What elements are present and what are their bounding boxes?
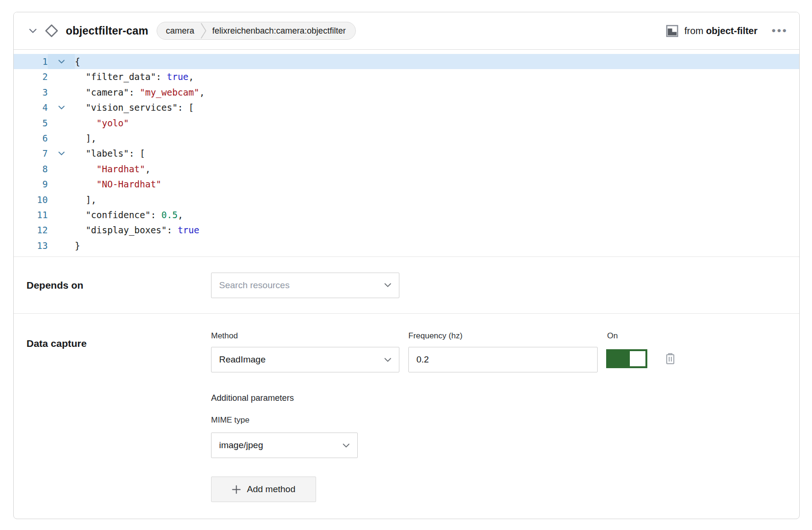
more-menu-button[interactable]: ••• — [771, 26, 789, 36]
method-dropdown[interactable]: ReadImage — [211, 347, 399, 372]
badge-separator-chevron-icon — [200, 22, 207, 39]
fold-gutter — [48, 69, 75, 84]
line-number: 2 — [14, 69, 48, 84]
fold-gutter — [48, 192, 75, 207]
mime-type-label: MIME type — [211, 415, 676, 425]
method-label: Method — [211, 331, 399, 341]
code-line-text: { — [75, 54, 799, 69]
code-line-text: "NO-Hardhat" — [75, 177, 799, 192]
depends-on-section: Depends on Search resources — [14, 256, 799, 313]
line-number: 11 — [14, 207, 48, 222]
depends-on-placeholder: Search resources — [219, 280, 290, 291]
fold-gutter — [48, 115, 75, 131]
frequency-value: 0.2 — [416, 354, 429, 365]
code-line: 1{ — [14, 54, 799, 69]
code-line-text: "confidence": 0.5, — [75, 207, 799, 222]
chevron-down-icon — [384, 358, 391, 362]
line-number: 12 — [14, 222, 48, 238]
code-line-text: "vision_services": [ — [75, 100, 799, 115]
line-number: 8 — [14, 161, 48, 177]
line-number: 9 — [14, 177, 48, 192]
fold-gutter — [48, 177, 75, 192]
module-from-text: from object-filter — [684, 26, 757, 36]
line-number: 6 — [14, 131, 48, 146]
line-number: 3 — [14, 85, 48, 100]
fold-gutter — [48, 131, 75, 146]
code-line-text: ], — [75, 131, 799, 146]
code-line: 5 "yolo" — [14, 115, 799, 131]
badge-model-label: felixreichenbach:camera:objectfilter — [212, 26, 346, 36]
component-diamond-icon — [44, 23, 59, 38]
fold-gutter — [48, 222, 75, 238]
fold-gutter — [48, 238, 75, 253]
depends-on-label: Depends on — [26, 280, 211, 291]
code-line: 3 "camera": "my_webcam", — [14, 85, 799, 100]
line-number: 13 — [14, 238, 48, 253]
fold-gutter — [48, 161, 75, 177]
code-line: 12 "display_boxes": true — [14, 222, 799, 238]
chevron-down-icon — [343, 443, 350, 448]
collapse-chevron-icon[interactable] — [28, 26, 37, 35]
code-line-text: "filter_data": true, — [75, 69, 799, 84]
code-line-text: "labels": [ — [75, 146, 799, 161]
frequency-input[interactable]: 0.2 — [408, 347, 598, 372]
module-source: from object-filter — [666, 25, 757, 37]
resource-card: objectfilter-cam camera felixreichenbach… — [13, 12, 800, 519]
code-line-text: "camera": "my_webcam", — [75, 85, 799, 100]
data-capture-section: Data capture Method ReadImage Frequency … — [14, 313, 799, 519]
code-line: 13} — [14, 238, 799, 253]
code-line: 7 "labels": [ — [14, 146, 799, 161]
code-line: 4 "vision_services": [ — [14, 100, 799, 115]
code-line: 2 "filter_data": true, — [14, 69, 799, 84]
badge-type-label: camera — [166, 26, 194, 36]
line-number: 4 — [14, 100, 48, 115]
add-method-button[interactable]: Add method — [211, 477, 316, 502]
code-line: 11 "confidence": 0.5, — [14, 207, 799, 222]
mime-type-value: image/jpeg — [219, 440, 263, 450]
module-icon — [666, 25, 679, 37]
code-line-text: ], — [75, 192, 799, 207]
fold-chevron-icon[interactable] — [48, 54, 75, 69]
additional-parameters-label: Additional parameters — [211, 393, 676, 403]
data-capture-label: Data capture — [26, 338, 211, 349]
line-number: 7 — [14, 146, 48, 161]
add-method-label: Add method — [247, 484, 295, 495]
method-value: ReadImage — [219, 354, 265, 365]
code-line-text: "display_boxes": true — [75, 222, 799, 238]
code-line-text: } — [75, 238, 799, 253]
code-line: 8 "Hardhat", — [14, 161, 799, 177]
code-line: 9 "NO-Hardhat" — [14, 177, 799, 192]
code-line-text: "yolo" — [75, 115, 799, 131]
module-name: object-filter — [706, 26, 758, 36]
toggle-knob — [630, 351, 645, 366]
code-editor[interactable]: 1{2 "filter_data": true,3 "camera": "my_… — [14, 50, 799, 256]
code-line-text: "Hardhat", — [75, 161, 799, 177]
line-number: 1 — [14, 54, 48, 69]
line-number: 5 — [14, 115, 48, 131]
line-number: 10 — [14, 192, 48, 207]
resource-type-badge: camera felixreichenbach:camera:objectfil… — [157, 22, 355, 40]
fold-gutter — [48, 207, 75, 222]
depends-on-dropdown[interactable]: Search resources — [211, 273, 399, 298]
trash-icon[interactable] — [664, 352, 676, 365]
chevron-down-icon — [384, 283, 391, 287]
card-header: objectfilter-cam camera felixreichenbach… — [14, 12, 799, 50]
fold-chevron-icon[interactable] — [48, 146, 75, 161]
code-line: 6 ], — [14, 131, 799, 146]
plus-icon — [232, 485, 241, 494]
capture-on-toggle[interactable] — [606, 349, 647, 368]
fold-chevron-icon[interactable] — [48, 100, 75, 115]
code-line: 10 ], — [14, 192, 799, 207]
fold-gutter — [48, 85, 75, 100]
on-label: On — [607, 331, 676, 341]
frequency-label: Frequency (hz) — [408, 331, 598, 341]
mime-type-dropdown[interactable]: image/jpeg — [211, 433, 358, 458]
resource-name: objectfilter-cam — [66, 25, 148, 37]
